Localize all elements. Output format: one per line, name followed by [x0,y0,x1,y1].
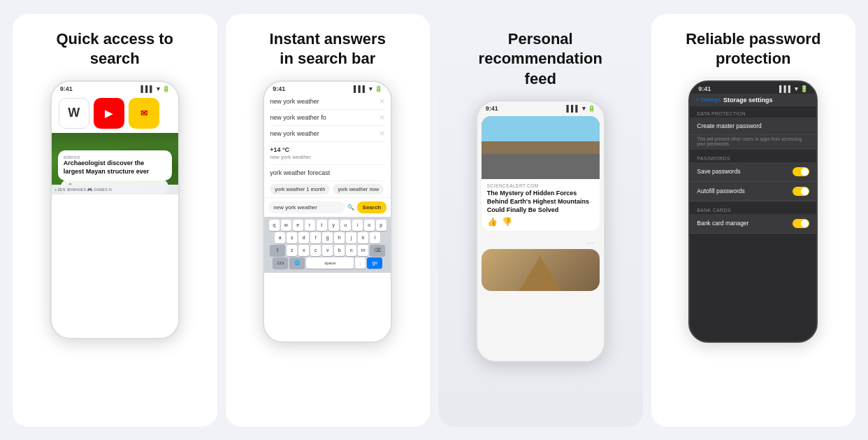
status-bar-1: 9:41 ▌▌▌ ▾ 🔋 [52,82,178,94]
key-row-1: q w e r t y u i o p [266,220,389,231]
status-icons-4: ▌▌▌ ▾ 🔋 [779,85,808,92]
time-4: 9:41 [698,85,711,92]
mail-icon: ✉ [129,98,159,129]
row-create-master-password[interactable]: Create master password [690,118,816,135]
search-suggestions: new york weather ✕ new york weather fo ✕… [264,94,391,194]
suggestion-1: new york weather ✕ [270,94,385,110]
suggestion-3: new york weather ✕ [270,126,385,142]
suggestion-2: new york weather fo ✕ [270,110,385,126]
section-passwords: Passwords Save passwords Autofill passwo… [690,151,816,203]
card2-title: Instant answersin search bar [253,14,403,80]
card-password-protection: Reliable passwordprotection 9:41 ▌▌▌ ▾ 🔋… [651,14,856,427]
article-category: science [64,155,166,159]
pyramid-shape [519,256,561,291]
time-1: 9:41 [60,85,73,92]
search-icon-sm: 🔍 [347,204,354,211]
status-icons-3: ▌▌▌ ▾ 🔋 [567,105,595,112]
section-bank-cards: Bank cards Bank card manager [690,203,816,235]
thumbs-down-icon[interactable]: 👎 [502,217,512,227]
status-icons-1: ▌▌▌ ▾ 🔋 [141,85,170,92]
row-save-passwords[interactable]: Save passwords [690,162,816,182]
search-input-field[interactable]: new york weather [268,201,344,213]
toggle-bank-cards[interactable] [793,219,809,228]
card4-title: Reliable passwordprotection [669,14,837,80]
wikipedia-icon: W [59,98,89,129]
section-data-protection: Data protection Create master password T… [690,106,816,151]
status-bar-4: 9:41 ▌▌▌ ▾ 🔋 [690,82,816,94]
card-instant-answers: Instant answersin search bar 9:41 ▌▌▌ ▾ … [226,14,431,427]
key-row-2: a s d f g h j k l [266,232,389,243]
phone-mockup-4: 9:41 ▌▌▌ ▾ 🔋 < Settings Storage settings… [688,80,818,343]
settings-title: Storage settings [723,97,773,104]
row-bank-card-manager[interactable]: Bank card manager [690,214,816,234]
row-master-password-sub: This will prevent other users or apps fr… [690,135,816,150]
toggle-save-passwords[interactable] [793,167,809,176]
keyboard: q w e r t y u i o p a s d f g h [264,217,391,273]
article-overlay-1: SCIENCEALERT.COM The Mystery of Hidden F… [482,179,600,231]
back-button[interactable]: < Settings [695,97,721,103]
chip-now: york weather now [333,184,384,194]
status-bar-2: 9:41 ▌▌▌ ▾ 🔋 [264,82,391,94]
article-title-1: Archaeologist discover the largest Mayan… [64,159,166,176]
suggestion-chips: york weather 1 month york weather now [270,184,385,194]
article-title-main: The Mystery of Hidden Forces Behind Eart… [487,190,594,214]
suggestion-4-weather: +14 °C new york weather [270,142,385,165]
time-2: 9:41 [273,85,285,92]
row-autofill-passwords[interactable]: Autofill passwords [690,182,816,201]
phone-mockup-1: 9:41 ▌▌▌ ▾ 🔋 W ▶ ✉ Yandex 🎤 + ZEN [50,80,180,339]
article-preview-1: science Archaeologist discover the large… [58,150,172,180]
article-actions: 👍 👎 [487,217,594,227]
card-quick-access: Quick access to search 9:41 ▌▌▌ ▾ 🔋 W ▶ … [13,14,217,427]
dots-menu: ··· [477,235,604,249]
section-label-passwords: Passwords [690,152,816,162]
phone-mockup-2: 9:41 ▌▌▌ ▾ 🔋 new york weather ✕ new york… [263,80,392,343]
article-image-mountains [482,116,600,179]
chip-1month: york weather 1 month [270,184,330,194]
time-3: 9:41 [486,105,498,112]
card1-title: Quick access to search [13,14,217,80]
feature-showcase: Quick access to search 9:41 ▌▌▌ ▾ 🔋 W ▶ … [0,0,868,440]
section-label-bank: Bank cards [690,204,816,214]
article-card-2 [482,249,600,291]
phone-mockup-3: 9:41 ▌▌▌ ▾ 🔋 SCIENCEALERT.COM The Myster… [476,100,605,362]
key-row-3: ⇧ z x c v b n m ⌫ [266,245,389,256]
status-icons-2: ▌▌▌ ▾ 🔋 [354,85,382,92]
toggle-autofill-passwords[interactable] [793,187,809,196]
article-site: SCIENCEALERT.COM [487,183,594,188]
search-input-row[interactable]: new york weather 🔍 Search [264,197,391,217]
suggestion-5: york weather forecast [270,165,385,181]
yandex-hero: Yandex 🎤 + ZEN ⊞ IMAGES 🎮 GAMES N scienc… [52,133,178,194]
thumbs-up-icon[interactable]: 👍 [487,217,498,227]
feed-container: SCIENCEALERT.COM The Mystery of Hidden F… [477,113,604,294]
card3-title: Personalrecommendationfeed [462,14,619,101]
bottom-nav-mini: + ZEN ⊞ IMAGES 🎮 GAMES N [52,185,178,194]
card-recommendation-feed: Personalrecommendationfeed 9:41 ▌▌▌ ▾ 🔋 … [438,14,643,427]
section-label-data: Data protection [690,108,816,118]
search-button[interactable]: Search [357,201,387,213]
app-shortcuts: W ▶ ✉ [52,94,178,133]
article-card-1: SCIENCEALERT.COM The Mystery of Hidden F… [482,116,600,231]
youtube-icon: ▶ [94,98,124,129]
status-bar-3: 9:41 ▌▌▌ ▾ 🔋 [477,101,604,113]
key-row-4: 123 🌐 space . go [266,257,389,269]
settings-header: < Settings Storage settings [690,94,816,106]
article-image-pyramid [482,249,600,291]
